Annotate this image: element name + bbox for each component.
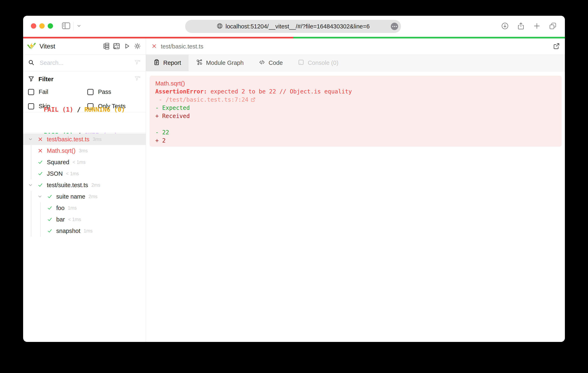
- error-panel: Math.sqrt() AssertionError: expected 2 t…: [149, 76, 562, 147]
- theme-toggle-icon[interactable]: [134, 43, 141, 50]
- diff-received-value: + 2: [155, 137, 562, 145]
- fail-icon: [37, 148, 47, 154]
- url-text: localhost:51204/__vitest__/#/?file=16484…: [225, 23, 370, 30]
- tree-view-icon[interactable]: [103, 43, 109, 50]
- tab-overview-icon[interactable]: [549, 22, 557, 30]
- search-bar: [23, 55, 146, 71]
- progress-fail-segment: [23, 37, 293, 38]
- dashboard-icon[interactable]: [113, 43, 120, 50]
- page-settings-button[interactable]: [391, 23, 398, 30]
- summary-line-1: FAIL (1) / RUNNING (0): [44, 105, 125, 114]
- failed-test-name: Math.sqrt(): [155, 79, 562, 88]
- chevron-down-icon[interactable]: [76, 23, 82, 30]
- test-summary: FAIL (1) / RUNNING (0) PASS (1) / SKIP (…: [23, 112, 146, 133]
- close-window-button[interactable]: [31, 23, 36, 29]
- test-tree: test/basic.test.ts 3ms Math.sqrt() 3ms S…: [23, 133, 146, 342]
- report-icon: [153, 59, 160, 67]
- checkbox[interactable]: [28, 103, 34, 109]
- checkbox[interactable]: [28, 89, 34, 95]
- view-tabs: Report Module Graph: [146, 55, 565, 71]
- sidebar-header: Vitest: [23, 38, 146, 55]
- test-progress-bar: [23, 37, 565, 38]
- filter-funnel-icon: [28, 76, 34, 83]
- diff-expected-value: - 22: [155, 128, 562, 137]
- check-icon: [47, 217, 56, 222]
- toolbar-divider: [74, 22, 74, 31]
- sidebar-toggle-icon[interactable]: [62, 22, 71, 31]
- tree-item-duration: 1ms: [68, 205, 76, 211]
- tree-item-foo[interactable]: foo 1ms: [23, 202, 146, 214]
- tab-label: Console (0): [308, 60, 338, 66]
- clear-search-filter-icon[interactable]: [134, 59, 141, 67]
- chevron-down-icon[interactable]: [28, 183, 37, 187]
- open-file-tab: test/basic.test.ts: [146, 38, 565, 55]
- minimize-window-button[interactable]: [39, 23, 45, 29]
- tree-item-bar[interactable]: bar < 1ms: [23, 214, 146, 225]
- tree-item-label: bar: [56, 216, 65, 223]
- tree-item-label: foo: [56, 205, 64, 211]
- main-panel: test/basic.test.ts Rep: [146, 38, 565, 342]
- open-file-name: test/basic.test.ts: [161, 43, 203, 50]
- tree-item-label: JSON: [47, 170, 63, 177]
- tree-item-json[interactable]: JSON < 1ms: [23, 168, 146, 179]
- diff-blank-line: [155, 120, 562, 128]
- tab-module-graph[interactable]: Module Graph: [189, 55, 251, 71]
- tree-item-snapshot[interactable]: snapshot 1ms: [23, 225, 146, 237]
- share-icon[interactable]: [517, 22, 525, 30]
- tree-item-label: test/basic.test.ts: [47, 136, 89, 143]
- external-link-icon: [251, 97, 256, 102]
- tree-item-label: Math.sqrt(): [47, 147, 75, 154]
- zoom-window-button[interactable]: [48, 23, 53, 29]
- new-tab-icon[interactable]: [533, 22, 541, 30]
- clear-filters-icon[interactable]: [134, 75, 141, 83]
- tree-item-duration: < 1ms: [66, 171, 79, 176]
- check-icon: [47, 205, 56, 211]
- check-icon: [37, 171, 47, 176]
- tree-item-duration: 3ms: [93, 137, 102, 142]
- tree-item-duration: 2ms: [89, 194, 97, 199]
- tab-console[interactable]: Console (0): [290, 55, 346, 71]
- tab-label: Module Graph: [206, 60, 244, 66]
- tree-item-duration: < 1ms: [73, 159, 85, 165]
- tree-item-label: test/suite.test.ts: [47, 182, 88, 188]
- filter-title: Filter: [39, 76, 53, 83]
- check-icon: [47, 194, 56, 199]
- chevron-down-icon[interactable]: [28, 137, 37, 142]
- search-input[interactable]: [40, 60, 134, 66]
- diff-expected-label: - Expected: [155, 104, 562, 112]
- globe-icon: [216, 23, 223, 30]
- tree-guide-line: [40, 202, 41, 237]
- check-icon: [37, 159, 47, 165]
- tree-item-duration: 1ms: [84, 228, 93, 234]
- traffic-lights: [31, 23, 53, 29]
- check-icon: [47, 228, 56, 234]
- search-icon: [28, 59, 34, 66]
- tree-item-squared[interactable]: Squared < 1ms: [23, 156, 146, 168]
- tree-item-duration: 2ms: [91, 182, 100, 188]
- app-title: Vitest: [40, 43, 55, 50]
- code-icon: [259, 59, 265, 67]
- run-all-icon[interactable]: [124, 43, 130, 50]
- chevron-down-icon[interactable]: [37, 194, 47, 199]
- close-file-icon[interactable]: [151, 43, 157, 50]
- tab-report[interactable]: Report: [146, 55, 189, 71]
- diff-received-label: + Received: [155, 112, 562, 120]
- tab-code[interactable]: Code: [251, 55, 290, 71]
- tree-item-suite-test-file[interactable]: test/suite.test.ts 2ms: [23, 179, 146, 191]
- sidebar: Vitest: [23, 38, 146, 342]
- tab-label: Report: [163, 60, 181, 66]
- module-graph-icon: [196, 59, 202, 67]
- tree-item-label: snapshot: [56, 228, 80, 234]
- open-in-editor-icon[interactable]: [553, 42, 560, 51]
- tree-item-basic-test-file[interactable]: test/basic.test.ts 3ms: [23, 134, 146, 145]
- tree-item-math-sqrt[interactable]: Math.sqrt() 3ms: [23, 145, 146, 156]
- downloads-icon[interactable]: [501, 22, 509, 30]
- tree-guide-line: [31, 191, 31, 237]
- fail-icon: [37, 136, 47, 142]
- vitest-logo-icon: [27, 41, 36, 51]
- progress-pass-segment: [293, 37, 565, 38]
- stack-trace-link[interactable]: - /test/basic.test.ts:7:24: [155, 96, 562, 104]
- url-bar[interactable]: localhost:51204/__vitest__/#/?file=16484…: [185, 20, 401, 33]
- tree-item-label: suite name: [56, 193, 85, 200]
- tree-item-suite-name[interactable]: suite name 2ms: [23, 191, 146, 202]
